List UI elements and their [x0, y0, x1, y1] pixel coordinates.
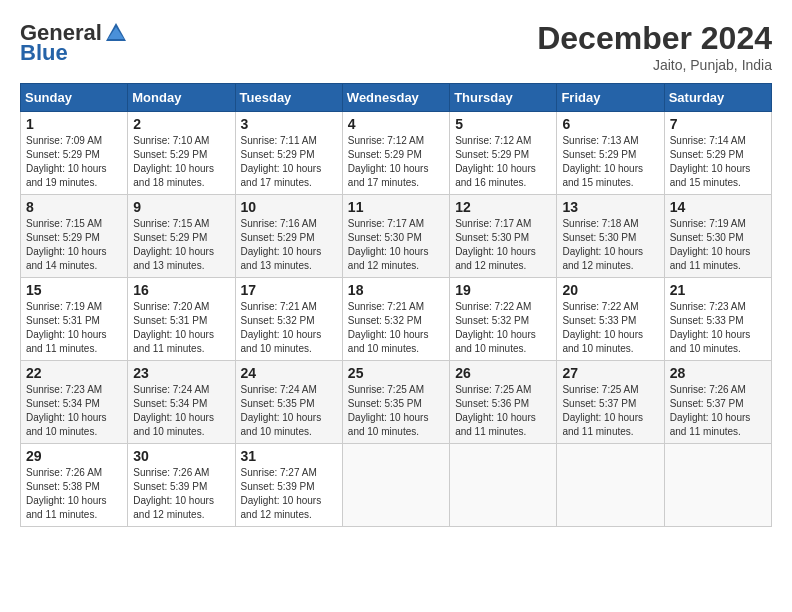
calendar-cell: 21Sunrise: 7:23 AM Sunset: 5:33 PM Dayli…: [664, 278, 771, 361]
calendar-week-row: 1Sunrise: 7:09 AM Sunset: 5:29 PM Daylig…: [21, 112, 772, 195]
calendar-cell: 15Sunrise: 7:19 AM Sunset: 5:31 PM Dayli…: [21, 278, 128, 361]
calendar-cell: 6Sunrise: 7:13 AM Sunset: 5:29 PM Daylig…: [557, 112, 664, 195]
day-info: Sunrise: 7:11 AM Sunset: 5:29 PM Dayligh…: [241, 134, 337, 190]
calendar-cell: 12Sunrise: 7:17 AM Sunset: 5:30 PM Dayli…: [450, 195, 557, 278]
day-info: Sunrise: 7:14 AM Sunset: 5:29 PM Dayligh…: [670, 134, 766, 190]
month-title: December 2024: [537, 20, 772, 57]
day-info: Sunrise: 7:09 AM Sunset: 5:29 PM Dayligh…: [26, 134, 122, 190]
day-number: 22: [26, 365, 122, 381]
page-header: General Blue December 2024 Jaito, Punjab…: [20, 20, 772, 73]
day-number: 15: [26, 282, 122, 298]
logo-blue: Blue: [20, 40, 68, 66]
weekday-header-friday: Friday: [557, 84, 664, 112]
day-number: 16: [133, 282, 229, 298]
calendar-table: SundayMondayTuesdayWednesdayThursdayFrid…: [20, 83, 772, 527]
calendar-week-row: 15Sunrise: 7:19 AM Sunset: 5:31 PM Dayli…: [21, 278, 772, 361]
day-number: 18: [348, 282, 444, 298]
calendar-cell: 8Sunrise: 7:15 AM Sunset: 5:29 PM Daylig…: [21, 195, 128, 278]
day-info: Sunrise: 7:26 AM Sunset: 5:39 PM Dayligh…: [133, 466, 229, 522]
day-info: Sunrise: 7:10 AM Sunset: 5:29 PM Dayligh…: [133, 134, 229, 190]
day-number: 28: [670, 365, 766, 381]
svg-marker-1: [108, 27, 124, 39]
day-info: Sunrise: 7:26 AM Sunset: 5:38 PM Dayligh…: [26, 466, 122, 522]
calendar-cell: 17Sunrise: 7:21 AM Sunset: 5:32 PM Dayli…: [235, 278, 342, 361]
day-number: 27: [562, 365, 658, 381]
calendar-week-row: 22Sunrise: 7:23 AM Sunset: 5:34 PM Dayli…: [21, 361, 772, 444]
day-info: Sunrise: 7:26 AM Sunset: 5:37 PM Dayligh…: [670, 383, 766, 439]
day-number: 11: [348, 199, 444, 215]
day-info: Sunrise: 7:13 AM Sunset: 5:29 PM Dayligh…: [562, 134, 658, 190]
day-number: 14: [670, 199, 766, 215]
day-number: 10: [241, 199, 337, 215]
calendar-cell: 25Sunrise: 7:25 AM Sunset: 5:35 PM Dayli…: [342, 361, 449, 444]
weekday-header-wednesday: Wednesday: [342, 84, 449, 112]
day-info: Sunrise: 7:18 AM Sunset: 5:30 PM Dayligh…: [562, 217, 658, 273]
calendar-cell: 26Sunrise: 7:25 AM Sunset: 5:36 PM Dayli…: [450, 361, 557, 444]
day-number: 2: [133, 116, 229, 132]
calendar-cell: 29Sunrise: 7:26 AM Sunset: 5:38 PM Dayli…: [21, 444, 128, 527]
day-number: 4: [348, 116, 444, 132]
day-info: Sunrise: 7:21 AM Sunset: 5:32 PM Dayligh…: [348, 300, 444, 356]
day-number: 3: [241, 116, 337, 132]
calendar-cell: 16Sunrise: 7:20 AM Sunset: 5:31 PM Dayli…: [128, 278, 235, 361]
day-info: Sunrise: 7:22 AM Sunset: 5:33 PM Dayligh…: [562, 300, 658, 356]
calendar-cell: 31Sunrise: 7:27 AM Sunset: 5:39 PM Dayli…: [235, 444, 342, 527]
day-info: Sunrise: 7:27 AM Sunset: 5:39 PM Dayligh…: [241, 466, 337, 522]
calendar-cell: 1Sunrise: 7:09 AM Sunset: 5:29 PM Daylig…: [21, 112, 128, 195]
weekday-header-sunday: Sunday: [21, 84, 128, 112]
calendar-cell: 22Sunrise: 7:23 AM Sunset: 5:34 PM Dayli…: [21, 361, 128, 444]
day-number: 7: [670, 116, 766, 132]
calendar-header-row: SundayMondayTuesdayWednesdayThursdayFrid…: [21, 84, 772, 112]
calendar-cell: 30Sunrise: 7:26 AM Sunset: 5:39 PM Dayli…: [128, 444, 235, 527]
day-info: Sunrise: 7:19 AM Sunset: 5:30 PM Dayligh…: [670, 217, 766, 273]
day-info: Sunrise: 7:25 AM Sunset: 5:35 PM Dayligh…: [348, 383, 444, 439]
calendar-cell: 7Sunrise: 7:14 AM Sunset: 5:29 PM Daylig…: [664, 112, 771, 195]
day-info: Sunrise: 7:19 AM Sunset: 5:31 PM Dayligh…: [26, 300, 122, 356]
calendar-cell: [557, 444, 664, 527]
calendar-cell: [450, 444, 557, 527]
calendar-cell: 11Sunrise: 7:17 AM Sunset: 5:30 PM Dayli…: [342, 195, 449, 278]
calendar-cell: 3Sunrise: 7:11 AM Sunset: 5:29 PM Daylig…: [235, 112, 342, 195]
day-info: Sunrise: 7:15 AM Sunset: 5:29 PM Dayligh…: [133, 217, 229, 273]
calendar-cell: 2Sunrise: 7:10 AM Sunset: 5:29 PM Daylig…: [128, 112, 235, 195]
day-info: Sunrise: 7:16 AM Sunset: 5:29 PM Dayligh…: [241, 217, 337, 273]
day-info: Sunrise: 7:23 AM Sunset: 5:34 PM Dayligh…: [26, 383, 122, 439]
calendar-cell: 5Sunrise: 7:12 AM Sunset: 5:29 PM Daylig…: [450, 112, 557, 195]
day-info: Sunrise: 7:24 AM Sunset: 5:35 PM Dayligh…: [241, 383, 337, 439]
calendar-cell: 19Sunrise: 7:22 AM Sunset: 5:32 PM Dayli…: [450, 278, 557, 361]
calendar-cell: 20Sunrise: 7:22 AM Sunset: 5:33 PM Dayli…: [557, 278, 664, 361]
day-number: 5: [455, 116, 551, 132]
day-info: Sunrise: 7:24 AM Sunset: 5:34 PM Dayligh…: [133, 383, 229, 439]
calendar-cell: [342, 444, 449, 527]
calendar-week-row: 29Sunrise: 7:26 AM Sunset: 5:38 PM Dayli…: [21, 444, 772, 527]
day-number: 17: [241, 282, 337, 298]
day-info: Sunrise: 7:23 AM Sunset: 5:33 PM Dayligh…: [670, 300, 766, 356]
weekday-header-thursday: Thursday: [450, 84, 557, 112]
day-number: 13: [562, 199, 658, 215]
calendar-cell: 14Sunrise: 7:19 AM Sunset: 5:30 PM Dayli…: [664, 195, 771, 278]
day-number: 23: [133, 365, 229, 381]
day-number: 8: [26, 199, 122, 215]
calendar-cell: 27Sunrise: 7:25 AM Sunset: 5:37 PM Dayli…: [557, 361, 664, 444]
day-number: 12: [455, 199, 551, 215]
calendar-week-row: 8Sunrise: 7:15 AM Sunset: 5:29 PM Daylig…: [21, 195, 772, 278]
calendar-cell: 9Sunrise: 7:15 AM Sunset: 5:29 PM Daylig…: [128, 195, 235, 278]
day-info: Sunrise: 7:12 AM Sunset: 5:29 PM Dayligh…: [348, 134, 444, 190]
day-number: 31: [241, 448, 337, 464]
day-number: 19: [455, 282, 551, 298]
day-number: 29: [26, 448, 122, 464]
title-block: December 2024 Jaito, Punjab, India: [537, 20, 772, 73]
weekday-header-saturday: Saturday: [664, 84, 771, 112]
day-info: Sunrise: 7:12 AM Sunset: 5:29 PM Dayligh…: [455, 134, 551, 190]
day-number: 30: [133, 448, 229, 464]
day-info: Sunrise: 7:17 AM Sunset: 5:30 PM Dayligh…: [455, 217, 551, 273]
day-info: Sunrise: 7:25 AM Sunset: 5:36 PM Dayligh…: [455, 383, 551, 439]
calendar-cell: 4Sunrise: 7:12 AM Sunset: 5:29 PM Daylig…: [342, 112, 449, 195]
day-info: Sunrise: 7:20 AM Sunset: 5:31 PM Dayligh…: [133, 300, 229, 356]
day-number: 6: [562, 116, 658, 132]
weekday-header-tuesday: Tuesday: [235, 84, 342, 112]
calendar-cell: 18Sunrise: 7:21 AM Sunset: 5:32 PM Dayli…: [342, 278, 449, 361]
calendar-body: 1Sunrise: 7:09 AM Sunset: 5:29 PM Daylig…: [21, 112, 772, 527]
calendar-cell: 28Sunrise: 7:26 AM Sunset: 5:37 PM Dayli…: [664, 361, 771, 444]
day-number: 26: [455, 365, 551, 381]
